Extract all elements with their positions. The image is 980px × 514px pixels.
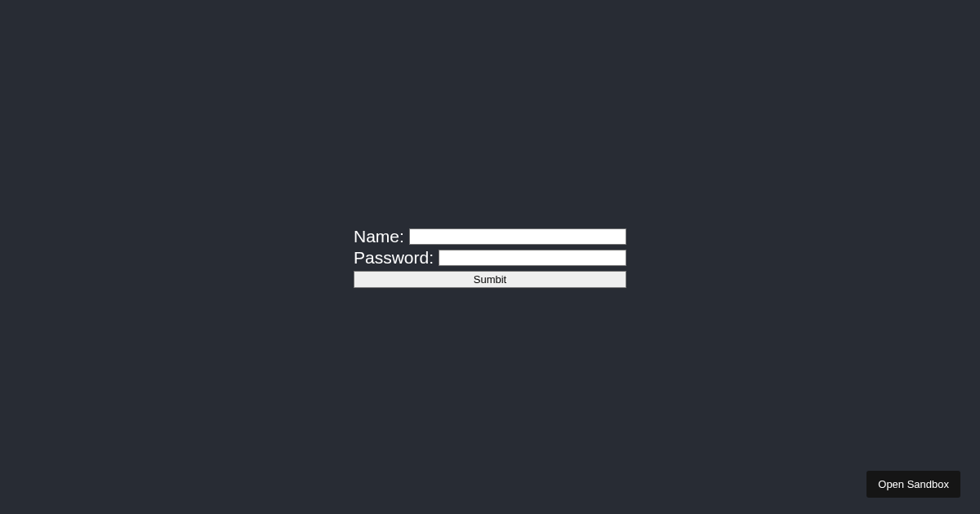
password-row: Password: bbox=[354, 248, 626, 268]
password-input[interactable] bbox=[439, 250, 626, 266]
name-label: Name: bbox=[354, 227, 404, 246]
submit-button[interactable]: Sumbit bbox=[354, 271, 626, 288]
open-sandbox-button[interactable]: Open Sandbox bbox=[866, 471, 960, 498]
name-row: Name: bbox=[354, 227, 626, 246]
name-input[interactable] bbox=[409, 228, 626, 245]
login-form: Name: Password: Sumbit bbox=[354, 227, 626, 288]
password-label: Password: bbox=[354, 248, 434, 268]
